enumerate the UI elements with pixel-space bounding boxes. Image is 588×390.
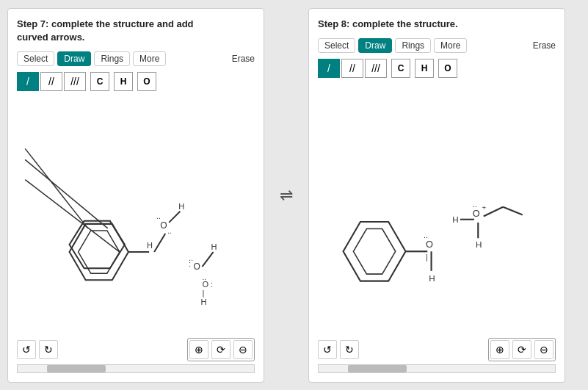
left-toolbar: Select Draw Rings More Erase — [17, 51, 255, 66]
left-carbon-button[interactable]: C — [90, 72, 109, 91]
right-scrollbar-thumb — [348, 365, 407, 372]
right-zoom-out-button[interactable]: ⊖ — [534, 340, 553, 359]
right-toolbar: Select Draw Rings More Erase — [318, 38, 556, 53]
left-canvas[interactable]: H O .. H .. : O .. H .. O : | — [17, 97, 255, 333]
svg-text:|: | — [202, 289, 204, 297]
svg-text:|: | — [426, 253, 428, 261]
right-canvas[interactable]: O .. H | H O + .. — [318, 84, 556, 333]
right-scrollbar[interactable] — [318, 364, 556, 373]
svg-text:H: H — [211, 242, 217, 251]
left-zoom-controls: ⊕ ⟳ ⊖ — [187, 338, 255, 361]
right-select-button[interactable]: Select — [318, 38, 355, 53]
svg-text:H: H — [178, 202, 184, 211]
svg-text:O: O — [193, 261, 200, 272]
right-triple-bond-button[interactable]: /// — [365, 59, 387, 78]
svg-text:H: H — [476, 239, 482, 249]
svg-line-37 — [503, 206, 523, 214]
equilibrium-arrow: ⇌ — [272, 186, 301, 205]
right-undo-button[interactable]: ↺ — [318, 340, 337, 359]
right-double-bond-button[interactable]: // — [341, 59, 363, 78]
left-undo-button[interactable]: ↺ — [17, 340, 36, 359]
left-select-button[interactable]: Select — [17, 51, 54, 66]
svg-line-8 — [154, 234, 165, 252]
left-undo-redo: ↺ ↻ — [17, 340, 58, 359]
svg-text:H: H — [452, 214, 458, 224]
left-triple-bond-button[interactable]: /// — [64, 72, 86, 91]
left-molecule-svg: H O .. H .. : O .. H .. O : | — [17, 97, 255, 333]
left-bond-toolbar: / // /// C H O — [17, 72, 255, 91]
svg-marker-23 — [344, 222, 406, 281]
right-carbon-button[interactable]: C — [391, 59, 410, 78]
left-panel: Step 7: complete the structure and add c… — [7, 8, 264, 383]
svg-text:..: .. — [424, 231, 428, 239]
svg-line-11 — [169, 212, 180, 223]
svg-text:H: H — [147, 241, 153, 250]
svg-line-17 — [202, 252, 213, 267]
right-zoom-in-button[interactable]: ⊕ — [490, 340, 509, 359]
right-molecule-svg: O .. H | H O + .. — [318, 84, 556, 333]
right-zoom-controls: ⊕ ⟳ ⊖ — [488, 338, 556, 361]
svg-text:O: O — [160, 220, 167, 231]
svg-text:O :: O : — [202, 280, 213, 289]
right-panel: Step 8: complete the structure. Select D… — [308, 8, 565, 383]
svg-text:..: .. — [156, 212, 161, 220]
right-redo-button[interactable]: ↻ — [340, 340, 359, 359]
svg-text:H: H — [200, 297, 206, 306]
right-hydrogen-button[interactable]: H — [415, 59, 434, 78]
left-scrollbar[interactable] — [17, 364, 255, 373]
right-rings-button[interactable]: Rings — [395, 38, 431, 53]
left-redo-button[interactable]: ↻ — [39, 340, 58, 359]
left-zoom-out-button[interactable]: ⊖ — [233, 340, 253, 359]
left-panel-title: Step 7: complete the structure and add c… — [17, 18, 255, 44]
svg-line-3 — [25, 148, 87, 228]
right-erase-button[interactable]: Erase — [533, 40, 556, 51]
svg-text:..: .. — [189, 254, 193, 262]
svg-text:O: O — [426, 239, 433, 250]
svg-text:+: + — [482, 203, 487, 212]
left-erase-button[interactable]: Erase — [232, 54, 255, 64]
main-container: Step 7: complete the structure and add c… — [0, 1, 588, 390]
right-single-bond-button[interactable]: / — [318, 59, 340, 78]
left-double-bond-button[interactable]: // — [40, 72, 62, 91]
left-more-button[interactable]: More — [133, 51, 166, 66]
svg-text:H: H — [429, 272, 435, 282]
left-zoom-reset-button[interactable]: ⟳ — [211, 340, 231, 359]
right-oxygen-button[interactable]: O — [438, 59, 457, 78]
svg-text:..: .. — [473, 199, 477, 208]
left-oxygen-button[interactable]: O — [137, 72, 156, 91]
svg-marker-0 — [70, 221, 125, 268]
svg-line-1 — [25, 159, 108, 228]
svg-line-36 — [484, 206, 504, 216]
right-undo-redo: ↺ ↻ — [318, 340, 359, 359]
left-hydrogen-button[interactable]: H — [114, 72, 133, 91]
svg-marker-5 — [79, 231, 120, 273]
right-more-button[interactable]: More — [434, 38, 467, 53]
left-zoom-in-button[interactable]: ⊕ — [189, 340, 208, 359]
right-bottom-toolbar: ↺ ↻ ⊕ ⟳ ⊖ — [318, 338, 556, 361]
left-scrollbar-thumb — [47, 365, 106, 372]
svg-marker-24 — [353, 228, 395, 274]
left-draw-button[interactable]: Draw — [57, 51, 91, 66]
left-bottom-toolbar: ↺ ↻ ⊕ ⟳ ⊖ — [17, 338, 255, 361]
right-bond-toolbar: / // /// C H O — [318, 59, 556, 78]
left-rings-button[interactable]: Rings — [94, 51, 130, 66]
svg-text:..: .. — [167, 227, 172, 235]
right-panel-title: Step 8: complete the structure. — [318, 18, 556, 31]
left-single-bond-button[interactable]: / — [17, 72, 39, 91]
right-draw-button[interactable]: Draw — [358, 38, 392, 53]
svg-text:O: O — [473, 207, 480, 218]
right-zoom-reset-button[interactable]: ⟳ — [512, 340, 531, 359]
